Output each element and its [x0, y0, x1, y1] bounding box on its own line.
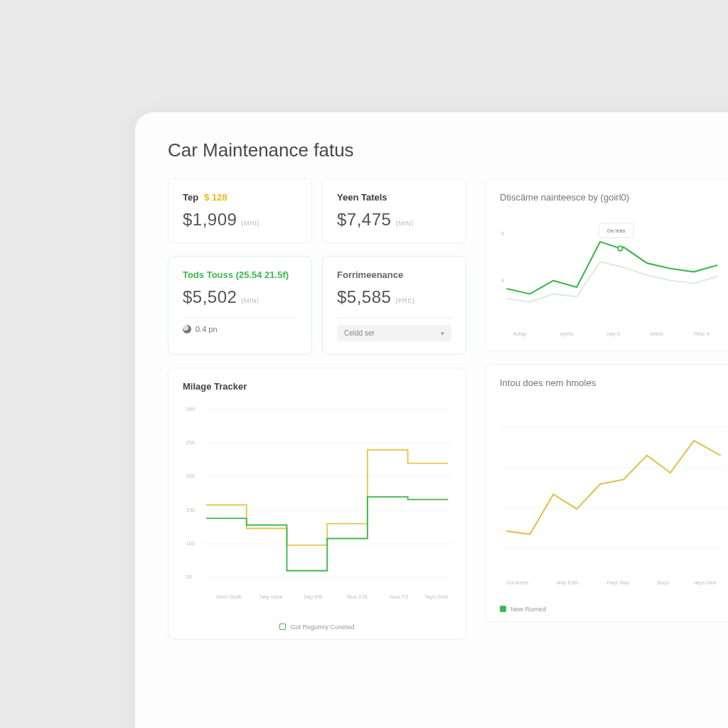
- x-axis-labels: Sot Arere way Esth Hayr Nay Bsop neys He…: [506, 579, 716, 586]
- legend-label: New Rurried: [510, 606, 546, 613]
- period-select[interactable]: Celdd ser ▾: [337, 325, 451, 341]
- svg-text:Tayn Snte: Tayn Snte: [424, 594, 449, 600]
- chart-title: Milage Tracker: [183, 381, 451, 392]
- stat-footer-text: 0.4 pn: [196, 325, 218, 333]
- stat-value: $5,502: [183, 287, 237, 307]
- legend-swatch-icon: [500, 606, 506, 612]
- svg-text:Adlay: Adlay: [513, 331, 527, 337]
- stat-footer: 0.4 pn: [183, 325, 297, 333]
- left-column: Tep $ 128 $1,909 (min) Yeen Tatels $7,47…: [168, 178, 466, 653]
- stat-value: $7,475: [337, 210, 391, 230]
- series-pale: [506, 262, 717, 301]
- stat-label: Forrimeenance: [337, 269, 403, 280]
- clock-icon: [183, 325, 191, 333]
- legend-item: Got Regumry Coneted: [279, 623, 354, 631]
- svg-text:Hayr Nay: Hayr Nay: [607, 579, 630, 586]
- svg-text:250: 250: [186, 439, 196, 446]
- stat-label: Tods Touss (25.54 21.5f): [183, 269, 289, 280]
- stat-unit: (min): [241, 297, 259, 304]
- svg-text:300: 300: [186, 406, 196, 412]
- legend-label: Got Regumry Coneted: [290, 623, 354, 631]
- stat-card-tods[interactable]: Tods Touss (25.54 21.5f) $5,502 (min) 0.…: [168, 256, 312, 355]
- page-title: Car Maintenance fatus: [168, 139, 728, 161]
- x-axis-labels: Adlay syntic nay 9 fetels Resr 4: [513, 331, 710, 337]
- maintenance-chart: 8 4 De leas Adlay syntic nay 9 fetels Re…: [500, 208, 727, 342]
- chart-title: Intou does nem hmoles: [500, 378, 727, 388]
- legend-swatch-icon: [279, 623, 286, 630]
- svg-text:syntic: syntic: [560, 331, 574, 337]
- select-value: Celdd ser: [344, 329, 375, 337]
- stat-card-forr[interactable]: Forrimeenance $5,585 (PRE) Celdd ser ▾: [322, 256, 466, 355]
- chevron-down-icon: ▾: [441, 330, 444, 337]
- svg-text:Ney mtok: Ney mtok: [260, 594, 283, 600]
- divider: [183, 317, 297, 318]
- dashboard-grid: Tep $ 128 $1,909 (min) Yeen Tatels $7,47…: [168, 178, 728, 653]
- svg-text:Bsop: Bsop: [657, 579, 669, 586]
- chart-legend: New Rurried: [500, 606, 727, 613]
- stat-value: $1,909: [183, 210, 237, 230]
- svg-text:Resr 4: Resr 4: [694, 331, 710, 337]
- x-axis-labels: Nem Stofk Ney mtok Sep frt9 Bue 178 Now …: [216, 594, 449, 600]
- maintenance-chart-card: Dtiscäme nainteesce by (goirl0) 8 4 De l…: [485, 178, 728, 351]
- svg-text:neys Hen: neys Hen: [694, 579, 717, 586]
- stat-value: $5,585: [337, 287, 391, 307]
- svg-text:4: 4: [501, 277, 504, 284]
- series-green: [506, 242, 717, 294]
- series-yellow: [206, 450, 448, 545]
- bottom-right-chart-card: Intou does nem hmoles Sot Arere way Esth…: [485, 364, 728, 622]
- svg-text:Bue 178: Bue 178: [348, 594, 368, 600]
- mileage-chart: 300 250 200 150 100 50: [183, 397, 451, 619]
- bottom-right-chart: Sot Arere way Esth Hayr Nay Bsop neys He…: [500, 394, 727, 601]
- legend-item: New Rurried: [500, 606, 546, 613]
- svg-text:200: 200: [186, 473, 196, 479]
- stat-card-yeen[interactable]: Yeen Tatels $7,475 (min): [322, 178, 466, 243]
- svg-text:8: 8: [501, 230, 504, 237]
- stat-row-2: Tods Touss (25.54 21.5f) $5,502 (min) 0.…: [168, 256, 466, 355]
- svg-text:Sot Arere: Sot Arere: [506, 579, 528, 586]
- stat-unit: (min): [241, 220, 259, 227]
- dashboard-panel: Car Maintenance fatus Tep $ 128 $1,909 (…: [135, 112, 728, 728]
- stat-unit: (min): [395, 220, 413, 227]
- svg-text:nay 9: nay 9: [607, 331, 620, 337]
- stat-tag: $ 128: [204, 192, 228, 203]
- stat-row-1: Tep $ 128 $1,909 (min) Yeen Tatels $7,47…: [168, 178, 466, 243]
- svg-text:fetels: fetels: [651, 331, 663, 337]
- svg-text:100: 100: [186, 540, 196, 547]
- stat-unit: (PRE): [395, 297, 414, 304]
- series-yellow: [506, 441, 720, 535]
- svg-text:Now F3: Now F3: [390, 594, 408, 600]
- svg-text:Nem Stofk: Nem Stofk: [216, 594, 241, 600]
- svg-text:50: 50: [186, 574, 192, 580]
- svg-text:way Esth: way Esth: [556, 579, 579, 586]
- divider: [337, 317, 451, 318]
- svg-text:Sep frt9: Sep frt9: [304, 594, 322, 600]
- chart-legend: Got Regumry Coneted: [183, 623, 451, 631]
- data-point: [618, 246, 623, 251]
- chart-tooltip-text: De leas: [607, 228, 626, 234]
- mileage-chart-card: Milage Tracker 300 250 200 150 100 50: [168, 368, 466, 640]
- stat-label: Yeen Tatels: [337, 192, 387, 203]
- svg-text:150: 150: [186, 507, 196, 513]
- right-column: Dtiscäme nainteesce by (goirl0) 8 4 De l…: [485, 178, 728, 653]
- chart-title: Dtiscäme nainteesce by (goirl0): [500, 192, 727, 203]
- y-axis-labels: 300 250 200 150 100 50: [186, 406, 196, 580]
- stat-card-tep[interactable]: Tep $ 128 $1,909 (min): [168, 178, 312, 243]
- stat-label: Tep: [183, 192, 198, 203]
